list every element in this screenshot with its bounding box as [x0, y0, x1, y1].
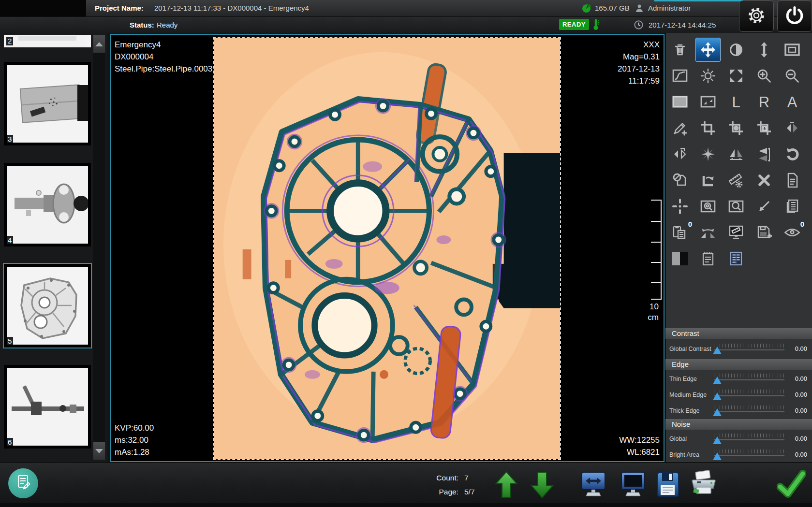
tool-save-as[interactable]: [752, 220, 777, 245]
monitor-icon: [620, 470, 646, 500]
previous-image-button[interactable]: [495, 471, 518, 501]
tool-crosshair[interactable]: [667, 194, 693, 218]
tool-flip-copy[interactable]: [667, 142, 693, 166]
settings-button[interactable]: [739, 0, 774, 32]
section-header-noise: Noise: [665, 419, 812, 430]
thumbnail-3[interactable]: 3: [4, 62, 91, 145]
floppy-disk-icon: [656, 470, 679, 500]
slider-row-bright-area: Bright Area 0.00: [665, 447, 812, 463]
tool-search-window[interactable]: [723, 194, 749, 218]
radiograph-image[interactable]: [213, 37, 561, 460]
confirm-button[interactable]: [777, 469, 806, 501]
thumbnail-4[interactable]: 4: [4, 163, 91, 246]
tool-screen-calibrate[interactable]: [723, 220, 749, 245]
fullscreen-view-button[interactable]: [620, 470, 646, 500]
tool-fit-rectangle[interactable]: [695, 90, 721, 114]
next-image-button[interactable]: [531, 471, 554, 501]
thumbnail-2[interactable]: 2: [4, 35, 91, 47]
title-bar: Project Name: 2017-12-13 11:17:33 - DX00…: [0, 0, 812, 16]
scale-label: 10 cm: [633, 302, 659, 323]
false-color-xray: [214, 38, 560, 459]
page-row: Page: 5/7: [417, 487, 475, 497]
tool-arc-correction[interactable]: [695, 220, 721, 245]
slider-row-noise-global: Global 0.00: [665, 431, 812, 447]
image-info-top-left: Emergency4 DX000004 Steel.Pipe:Steel.Pip…: [115, 39, 212, 75]
slider-thumb[interactable]: [713, 408, 722, 416]
thumbnail-6[interactable]: 6: [4, 365, 91, 449]
tool-zoom-out[interactable]: [780, 64, 805, 88]
image-viewport[interactable]: Emergency4 DX000004 Steel.Pipe:Steel.Pip…: [110, 34, 664, 462]
tool-sharpen-burst[interactable]: [695, 142, 721, 166]
thick-edge-slider[interactable]: [714, 405, 784, 418]
compare-screens-button[interactable]: [580, 470, 607, 500]
tool-measure-calibrate[interactable]: [723, 168, 749, 192]
count-row: Count: 7: [417, 473, 469, 483]
tool-report-document[interactable]: [780, 168, 805, 192]
thin-edge-slider[interactable]: [714, 373, 784, 386]
status-label: Status:: [130, 17, 154, 33]
slider-thumb[interactable]: [713, 377, 722, 384]
save-button[interactable]: [656, 470, 679, 500]
tool-fit-window[interactable]: [780, 38, 805, 62]
current-datetime: 2017-12-14 14:44:25: [649, 17, 716, 33]
slider-thumb[interactable]: [713, 392, 722, 400]
tool-lut-curve[interactable]: [667, 64, 693, 88]
medium-edge-slider[interactable]: [714, 389, 784, 402]
scroll-down-button[interactable]: [93, 442, 105, 460]
accent-strip: [654, 0, 743, 1]
tool-brightness[interactable]: [695, 64, 721, 88]
tool-marker-r[interactable]: R: [752, 90, 777, 114]
user-icon: [635, 4, 644, 14]
tool-crop-save[interactable]: [752, 116, 777, 140]
tool-pointer[interactable]: [752, 194, 777, 218]
tool-no-image[interactable]: [667, 168, 693, 192]
tool-pan[interactable]: [695, 38, 721, 62]
chevron-down-icon: [95, 449, 103, 453]
gear-icon: [746, 5, 767, 28]
print-button[interactable]: [690, 470, 718, 500]
tool-rotate[interactable]: [780, 142, 805, 166]
thumbnail-number: 3: [6, 135, 13, 144]
scroll-up-button[interactable]: [93, 35, 105, 53]
tool-fit-vertical[interactable]: [752, 38, 777, 62]
tool-view-count[interactable]: 0: [780, 220, 805, 245]
tool-solid-rectangle[interactable]: [667, 90, 693, 114]
slider-thumb[interactable]: [713, 436, 722, 444]
thumbnail-5-selected[interactable]: 5: [4, 264, 91, 348]
bright-area-slider[interactable]: [714, 449, 784, 462]
slider-row-thick-edge: Thick Edge 0.00: [665, 403, 812, 419]
tool-flip-horizontal[interactable]: [723, 142, 749, 166]
note-edit-icon: [15, 474, 32, 493]
tool-delete[interactable]: [752, 168, 777, 192]
tool-fit-screen[interactable]: [723, 64, 749, 88]
slider-thumb[interactable]: [713, 452, 722, 460]
tool-flip-small[interactable]: [780, 116, 805, 140]
image-info-bottom-right: WW:12255 WL:6821: [619, 434, 660, 458]
notes-button[interactable]: [8, 468, 38, 498]
tool-bw-swatch[interactable]: [667, 246, 693, 271]
noise-global-slider[interactable]: [714, 433, 784, 446]
tool-crop[interactable]: [695, 116, 721, 140]
tool-flip-vertical[interactable]: [752, 142, 777, 166]
disk-space-value: 165.07 GB: [595, 0, 630, 16]
clock-icon: [634, 20, 643, 31]
tool-zoom-in[interactable]: [752, 64, 777, 88]
tool-annotate[interactable]: [667, 116, 693, 140]
monitor-arrows-icon: [580, 470, 607, 500]
tool-marker-a[interactable]: A: [780, 90, 805, 114]
image-info-bottom-left: KVP:60.00 ms:32.00 mAs:1.28: [115, 422, 154, 458]
tool-rotate-region[interactable]: [695, 168, 721, 192]
power-button[interactable]: [777, 0, 812, 32]
tool-notes[interactable]: [695, 246, 721, 271]
tool-marker-l[interactable]: L: [723, 90, 749, 114]
global-contrast-slider[interactable]: [714, 343, 784, 356]
tool-magnifier-window[interactable]: [695, 194, 721, 218]
tool-paste-count[interactable]: 0: [667, 220, 693, 245]
tool-delete-image[interactable]: [667, 38, 693, 62]
tool-image-list[interactable]: [723, 246, 749, 271]
tool-crop-circle[interactable]: [723, 116, 749, 140]
slider-thumb[interactable]: [713, 347, 722, 354]
tool-contrast[interactable]: [723, 38, 749, 62]
thumbnail-scrollbar[interactable]: [93, 35, 105, 460]
tool-copy-list[interactable]: [780, 194, 805, 218]
